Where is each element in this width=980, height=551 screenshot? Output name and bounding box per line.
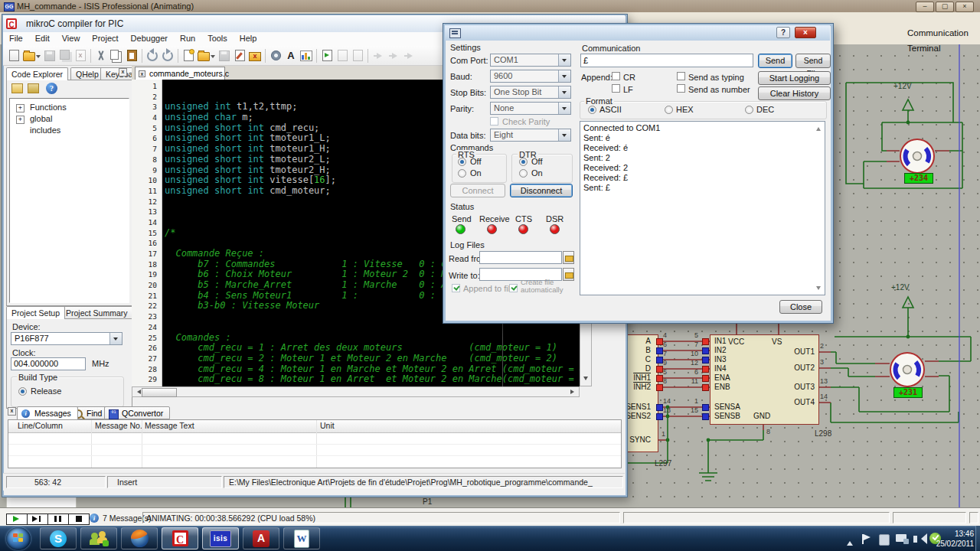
taskbar-adobe-reader[interactable]: A: [243, 527, 279, 549]
show-desktop-button[interactable]: [975, 526, 980, 551]
format-ascii-radio[interactable]: [588, 106, 596, 114]
simulation-stop-button[interactable]: [68, 514, 90, 525]
append-cr-checkbox[interactable]: [612, 72, 620, 80]
communication-log[interactable]: Connected to COM1Sent: éReceived: éSent:…: [580, 121, 825, 295]
open-file-icon[interactable]: [21, 48, 37, 64]
data-bits-select[interactable]: Eight: [490, 129, 571, 142]
start-logging-button[interactable]: Start Logging: [758, 71, 831, 85]
menu-file[interactable]: File: [3, 32, 29, 44]
new-project-icon[interactable]: [181, 48, 196, 64]
taskbar-clock[interactable]: 13:46 25/02/2011: [919, 529, 974, 549]
scroll-up-icon[interactable]: [816, 125, 821, 131]
close-tab-icon[interactable]: x: [139, 70, 145, 77]
chevron-down-icon[interactable]: [558, 86, 570, 98]
edit-project-icon[interactable]: [232, 48, 247, 64]
taskbar-isis[interactable]: isis: [202, 527, 239, 549]
menu-view[interactable]: View: [56, 32, 87, 44]
tab-project-setup[interactable]: Project Setup: [6, 306, 65, 319]
chevron-down-icon[interactable]: [558, 70, 570, 82]
messages-table[interactable]: Line/Column Message No. Message Text Uni…: [8, 419, 622, 468]
taskbar-word[interactable]: W: [283, 527, 320, 549]
redo-icon[interactable]: [160, 48, 175, 64]
chevron-down-icon[interactable]: [558, 103, 570, 114]
baud-select[interactable]: 9600: [490, 70, 571, 83]
clear-history-button[interactable]: Clear History: [758, 86, 831, 100]
column-message-text[interactable]: Message Text: [145, 421, 194, 430]
read-from-input[interactable]: [479, 251, 562, 264]
check-parity-checkbox[interactable]: [490, 117, 498, 126]
tab-code-explorer[interactable]: Code Explorer: [6, 67, 68, 80]
tab-project-summary[interactable]: Project Summary: [60, 306, 133, 318]
dialog-help-button[interactable]: ?: [776, 27, 790, 38]
editor-hscrollbar[interactable]: [132, 386, 580, 397]
cut-icon[interactable]: [93, 48, 109, 64]
menu-edit[interactable]: Edit: [29, 32, 56, 44]
tab-qhelp[interactable]: QHelp: [70, 67, 104, 80]
undo-icon[interactable]: [145, 48, 160, 64]
paste-icon[interactable]: [124, 48, 139, 64]
new-file-icon[interactable]: [6, 48, 21, 64]
append-to-file-checkbox[interactable]: [452, 284, 460, 292]
dtr-on-radio[interactable]: [519, 169, 528, 178]
append-lf-checkbox[interactable]: [612, 84, 620, 93]
com-port-select[interactable]: COM1: [490, 54, 571, 67]
parity-select[interactable]: None: [490, 102, 571, 115]
collapse-tree-icon[interactable]: [28, 83, 39, 93]
messages-close-icon[interactable]: x: [8, 407, 16, 416]
taskbar-firefox[interactable]: [121, 527, 158, 549]
dialog-close-button[interactable]: ×: [795, 27, 816, 38]
tree-item-functions[interactable]: +Functions: [10, 102, 129, 113]
expand-tree-icon[interactable]: [11, 83, 23, 93]
taskbar-messenger[interactable]: [80, 527, 117, 549]
rts-off-radio[interactable]: [458, 158, 466, 166]
close-project-icon[interactable]: x: [247, 48, 263, 64]
dialog-titlebar[interactable]: Communication Terminal: [445, 25, 830, 41]
copy-icon[interactable]: [109, 48, 124, 64]
simulation-play-button[interactable]: [6, 514, 28, 525]
format-dec-radio[interactable]: [745, 106, 753, 114]
menu-project[interactable]: Project: [86, 32, 124, 44]
taskbar-skype[interactable]: S: [40, 527, 77, 549]
stop-bits-select[interactable]: One Stop Bit: [490, 86, 571, 99]
menu-debugger[interactable]: Debugger: [125, 32, 174, 44]
start-button[interactable]: [6, 527, 31, 550]
tray-hidden-icons-arrow[interactable]: [847, 538, 853, 546]
tray-update-icon[interactable]: [879, 534, 890, 546]
close-button[interactable]: Close: [779, 300, 822, 314]
scroll-down-icon[interactable]: [816, 286, 821, 292]
simulation-step-button[interactable]: [27, 514, 48, 525]
clock-input[interactable]: 004.000000: [11, 357, 86, 370]
send-text-input[interactable]: [580, 54, 753, 67]
device-select[interactable]: P16F877: [11, 332, 122, 345]
menu-help[interactable]: Help: [234, 32, 263, 44]
connect-button[interactable]: Connect: [450, 184, 505, 197]
browse-read-folder-icon[interactable]: [563, 251, 574, 264]
column-message-no[interactable]: Message No.: [95, 421, 142, 430]
send-button[interactable]: Send: [758, 54, 792, 68]
create-file-checkbox[interactable]: [509, 284, 518, 292]
dtr-off-radio[interactable]: [519, 158, 528, 166]
taskbar-mikroc[interactable]: C: [162, 527, 198, 549]
editor-tab-commande-moteurs[interactable]: x commande_moteurs.c: [135, 67, 225, 80]
send-file-button[interactable]: Send File: [795, 54, 831, 68]
column-unit[interactable]: Unit: [320, 421, 335, 430]
menu-run[interactable]: Run: [174, 32, 201, 44]
tree-item-includes[interactable]: includes: [10, 125, 129, 136]
open-project-icon[interactable]: [196, 48, 211, 64]
menu-tools[interactable]: Tools: [201, 32, 234, 44]
build-icon[interactable]: [268, 48, 283, 64]
chevron-down-icon[interactable]: [109, 333, 122, 344]
font-icon[interactable]: A: [283, 48, 299, 64]
column-line[interactable]: Line/Column: [18, 421, 63, 430]
volume-icon[interactable]: [913, 536, 917, 543]
tree-item-global[interactable]: +global: [10, 113, 129, 125]
rts-on-radio[interactable]: [458, 169, 466, 178]
send-as-number-checkbox[interactable]: [677, 84, 685, 93]
statistics-icon[interactable]: [299, 48, 314, 64]
send-as-typing-checkbox[interactable]: [677, 72, 685, 80]
tab-qconvertor[interactable]: 01QConvertor: [104, 406, 170, 419]
simulation-pause-button[interactable]: [47, 514, 69, 525]
release-radio[interactable]: [18, 387, 27, 396]
disconnect-button[interactable]: Disconnect: [510, 184, 573, 197]
chevron-down-icon[interactable]: [558, 129, 570, 141]
